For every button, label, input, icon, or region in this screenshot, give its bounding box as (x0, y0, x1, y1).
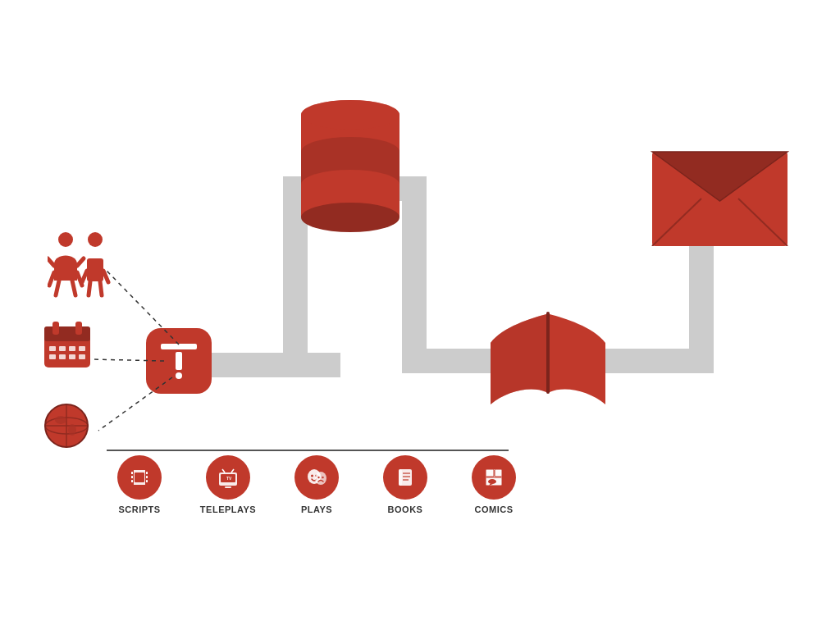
books-circle (383, 455, 427, 500)
tv-icon: TV (217, 466, 240, 489)
svg-line-23 (82, 271, 87, 282)
calendar-icon (43, 320, 92, 369)
category-teleplays[interactable]: TV TELEPLAYS (195, 455, 261, 514)
svg-rect-58 (146, 480, 148, 482)
svg-point-71 (322, 477, 323, 478)
svg-point-21 (88, 232, 103, 247)
svg-line-24 (103, 271, 108, 282)
svg-rect-56 (146, 472, 148, 474)
svg-text:TV: TV (226, 476, 232, 481)
comics-icon (482, 466, 505, 489)
svg-rect-37 (69, 354, 75, 359)
svg-point-44 (68, 424, 76, 436)
svg-line-64 (231, 469, 234, 472)
books-label: BOOKS (388, 504, 423, 514)
category-scripts[interactable]: SCRIPTS (107, 455, 172, 514)
svg-line-20 (77, 258, 84, 266)
svg-line-25 (89, 281, 90, 295)
svg-rect-33 (69, 346, 75, 351)
svg-rect-32 (59, 346, 66, 351)
comics-circle (472, 455, 516, 500)
category-list: SCRIPTS TV TELEPLAYS (107, 455, 527, 514)
theater-icon (305, 466, 328, 489)
svg-point-7 (301, 100, 399, 130)
svg-point-6 (301, 203, 399, 232)
svg-point-67 (311, 475, 313, 477)
book-icon (482, 302, 614, 417)
svg-rect-30 (75, 322, 82, 335)
scripts-label: SCRIPTS (118, 504, 160, 514)
category-books[interactable]: BOOKS (372, 455, 438, 514)
svg-line-18 (72, 281, 75, 295)
plays-circle (294, 455, 339, 500)
svg-rect-73 (399, 469, 402, 486)
svg-line-63 (222, 469, 225, 472)
svg-rect-55 (131, 480, 133, 482)
svg-point-69 (315, 472, 326, 485)
svg-rect-57 (146, 476, 148, 478)
teleplays-label: TELEPLAYS (200, 504, 256, 514)
book-small-icon (394, 466, 417, 489)
category-plays[interactable]: PLAYS (284, 455, 349, 514)
svg-rect-13 (546, 312, 550, 394)
teleplays-circle: TV (206, 455, 250, 500)
envelope-icon (648, 131, 792, 246)
people-icon (48, 230, 113, 304)
svg-rect-62 (225, 486, 231, 488)
svg-rect-38 (79, 354, 85, 359)
tbox-app-icon[interactable] (146, 328, 212, 394)
svg-rect-79 (495, 469, 502, 477)
svg-rect-34 (79, 346, 85, 351)
category-comics[interactable]: COMICS (461, 455, 527, 514)
plays-label: PLAYS (301, 504, 332, 514)
film-icon (128, 466, 151, 489)
svg-point-70 (317, 477, 319, 478)
scripts-circle (117, 455, 162, 500)
tbox-logo (161, 344, 197, 379)
svg-line-19 (48, 258, 54, 266)
svg-line-26 (100, 281, 102, 295)
svg-rect-36 (59, 354, 66, 359)
svg-rect-29 (52, 322, 59, 335)
svg-line-15 (49, 272, 54, 285)
globe-icon (43, 402, 90, 450)
svg-rect-54 (131, 476, 133, 478)
svg-point-43 (55, 416, 66, 424)
svg-point-14 (58, 232, 73, 247)
pipe-vertical-2 (402, 201, 427, 373)
svg-rect-35 (49, 354, 56, 359)
pipe-horizontal-1 (209, 353, 340, 377)
svg-rect-31 (49, 346, 56, 351)
svg-rect-59 (135, 472, 144, 482)
svg-rect-78 (486, 469, 494, 477)
svg-point-84 (488, 479, 496, 484)
svg-rect-53 (131, 472, 133, 474)
database-icon (297, 97, 404, 261)
comics-label: COMICS (475, 504, 514, 514)
svg-rect-28 (44, 326, 90, 341)
svg-rect-22 (87, 258, 103, 281)
main-diagram: SCRIPTS TV TELEPLAYS (0, 0, 840, 630)
category-separator-line (107, 450, 509, 451)
svg-line-17 (56, 281, 59, 295)
